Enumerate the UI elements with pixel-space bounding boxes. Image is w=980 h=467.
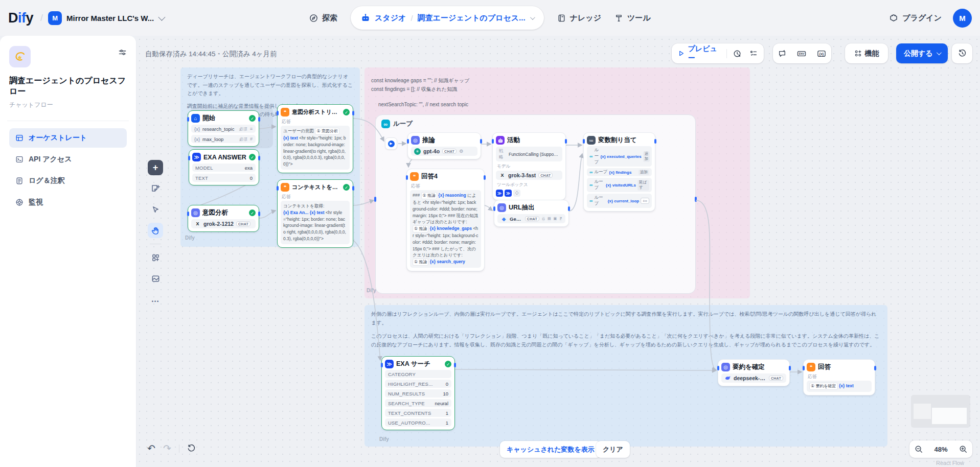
model-label: モデル bbox=[497, 164, 562, 170]
node-ref-chip: ① 推論 bbox=[421, 192, 437, 199]
add-note-button[interactable] bbox=[148, 181, 163, 196]
node-intent-stream-output[interactable]: ❝ 意図分析ストリーム出力 ✓ 応答 ユーザーの意図 ① 意図分析 text <… bbox=[277, 104, 353, 173]
logs-icon bbox=[15, 177, 24, 185]
zoom-out-icon[interactable] bbox=[915, 445, 923, 453]
model-capability-icon: ⁋ bbox=[559, 216, 562, 222]
node-start[interactable]: ⌂ 開始 ✓ {x} research_topic 必須 ≡ {x} max_l… bbox=[188, 110, 259, 147]
toolbox-label: ツールボックス bbox=[497, 182, 562, 188]
undo-button[interactable]: ↶ bbox=[147, 442, 155, 454]
workflow-canvas[interactable]: ディープリサーチは、エージェントワークフローの典型的なシナリオです。一連のステッ… bbox=[0, 0, 980, 467]
knowledge-icon bbox=[557, 14, 566, 22]
app-settings-icon[interactable] bbox=[118, 48, 127, 57]
assignment-row: ∞ ループ visitedURLs 延ばす bbox=[587, 178, 652, 192]
exa-tool-icon: ≫ bbox=[192, 153, 201, 161]
app-icon[interactable] bbox=[9, 46, 31, 67]
studio-robot-icon bbox=[361, 13, 370, 22]
variable-icon: {x} bbox=[194, 136, 200, 142]
nav-studio[interactable]: スタジオ bbox=[375, 13, 406, 23]
operation-badge[interactable]: += bbox=[641, 198, 649, 204]
nav-explore[interactable]: 探索 bbox=[309, 13, 337, 23]
nav-tools[interactable]: ツール bbox=[614, 13, 651, 23]
show-cached-variables-button[interactable]: キャッシュされた変数を表示 bbox=[500, 441, 601, 458]
node-title: 開始 bbox=[202, 114, 246, 123]
node-ref-chip: ① 要約を確定 bbox=[809, 383, 838, 390]
model-settings-icon[interactable]: ⚙ bbox=[459, 149, 463, 154]
organize-nodes-button[interactable] bbox=[148, 250, 163, 265]
chevron-down-icon[interactable] bbox=[530, 15, 535, 20]
undo-redo-controls: ↶ ↷ bbox=[147, 442, 196, 454]
conversation-variables-button[interactable]: {x} bbox=[814, 43, 829, 63]
dify-logo[interactable]: Dify bbox=[8, 10, 33, 26]
text-type-icon: ≡ bbox=[250, 126, 253, 131]
annotation-button[interactable] bbox=[775, 43, 789, 63]
zoom-in-icon[interactable] bbox=[959, 445, 967, 453]
react-flow-attribution: React Flow bbox=[936, 460, 964, 466]
node-agent[interactable]: 活動 戦略 FunctionCalling (Support MCP... モデ… bbox=[492, 132, 566, 200]
node-finalize-summary[interactable]: ◎ 要約を確定 deepseek-chat CHAT bbox=[718, 359, 790, 386]
node-final-answer[interactable]: ❝ 回答 応答 ① 要約を確定 text bbox=[803, 359, 875, 395]
zoom-level[interactable]: 48% bbox=[934, 446, 947, 453]
node-url-extract[interactable]: ◎ URL抽出 ◆ Gemini 2.... CHAT G ▤ ▣ ⁋ bbox=[494, 200, 569, 227]
model-capability-icon: ▤ bbox=[548, 216, 551, 222]
variable-ref: findings bbox=[609, 170, 631, 175]
start-field-row: {x} max_loop 必須 # bbox=[191, 135, 256, 143]
env-variables-button[interactable]: ENV bbox=[794, 43, 809, 63]
minimap-toggle-button[interactable] bbox=[148, 271, 163, 286]
node-exa-search[interactable]: ≫ EXA サーチ ✓ CATEGORY HIGHLIGHT_RES... 0 … bbox=[381, 356, 455, 430]
success-check-icon: ✓ bbox=[249, 154, 256, 160]
variable-icon: {x} bbox=[194, 126, 200, 132]
breadcrumb-app-name[interactable]: 調査エージェントのプロセス... bbox=[418, 13, 526, 23]
agent-icon bbox=[496, 136, 505, 145]
operation-badge: 追加 bbox=[643, 151, 650, 162]
dify-workflow-editor: ディープリサーチは、エージェントワークフローの典型的なシナリオです。一連のステッ… bbox=[0, 0, 980, 467]
answer-template: コンテキストを取得: Exa An... text <hr style="hei… bbox=[281, 201, 350, 244]
param-key: CATEGORY bbox=[388, 371, 416, 377]
svg-text:{x}: {x} bbox=[819, 52, 824, 56]
sidebar-item-api-access[interactable]: API アクセス bbox=[9, 150, 127, 169]
publish-button[interactable]: 公開する bbox=[896, 43, 948, 63]
nav-knowledge[interactable]: ナレッジ bbox=[557, 13, 601, 23]
run-history-button[interactable] bbox=[727, 43, 747, 63]
model-name: grok-2-1212 bbox=[203, 221, 234, 227]
nav-plugins[interactable]: プラグイン bbox=[889, 13, 942, 23]
loop-start-node[interactable]: ▶ bbox=[385, 137, 397, 150]
app-mode-label: チャットフロー bbox=[9, 101, 127, 109]
minimap[interactable] bbox=[911, 395, 970, 427]
preview-button[interactable]: プレビュー bbox=[672, 43, 726, 63]
node-intent-analysis[interactable]: ◎ 意図分析 ✓ X grok-2-1212 CHAT bbox=[188, 205, 259, 232]
node-get-context[interactable]: ❝ コンテキストを取得 ✓ 応答 コンテキストを取得: Exa An... te… bbox=[277, 179, 353, 248]
hand-mode-button[interactable] bbox=[148, 223, 163, 238]
grok-model-icon: X bbox=[499, 172, 506, 179]
version-history-button[interactable] bbox=[952, 43, 972, 63]
llm-icon: ◎ bbox=[721, 363, 730, 371]
features-button[interactable]: 機能 bbox=[848, 43, 885, 63]
sidebar-item-orchestrate[interactable]: オーケストレート bbox=[9, 128, 127, 148]
gemini-model-icon: ◆ bbox=[500, 216, 507, 222]
node-variable-assigner[interactable]: ≔ 変数割り当て ∞ ループ executed_queries 追加 ∞ ループ… bbox=[583, 132, 655, 212]
param-value: 1 bbox=[446, 410, 448, 416]
checklist-button[interactable] bbox=[747, 43, 764, 63]
clear-button[interactable]: クリア bbox=[596, 441, 630, 458]
sidebar-item-monitoring[interactable]: 監視 bbox=[9, 193, 127, 212]
sidebar-item-label: ログ＆注釈 bbox=[29, 176, 65, 185]
node-ref-chip: ① 意図分析 bbox=[315, 128, 339, 135]
model-row: ✳ gpt-4o CHAT ⚙ bbox=[411, 147, 477, 156]
node-reasoning[interactable]: ◎ 推論 ✳ gpt-4o CHAT ⚙ bbox=[407, 132, 481, 159]
redo-button[interactable]: ↷ bbox=[163, 442, 171, 454]
node-exa-answer[interactable]: ≫ EXA ANSWER ✓ MODEL exa TEXT 0 bbox=[189, 149, 259, 185]
param-row: TEXT 0 bbox=[192, 174, 256, 182]
answer-icon: ❝ bbox=[281, 183, 289, 192]
user-avatar[interactable]: M bbox=[953, 9, 972, 28]
dify-watermark: Dify bbox=[185, 235, 195, 241]
sidebar-item-logs[interactable]: ログ＆注釈 bbox=[9, 171, 127, 191]
scope-label: ループ bbox=[594, 169, 607, 175]
pointer-mode-button[interactable] bbox=[148, 202, 163, 217]
required-badge: 必須 bbox=[239, 126, 247, 132]
minimap-viewport bbox=[932, 408, 967, 424]
node-answer4[interactable]: ❝ 回答4 応答 ### ① 推論 reasoning によると <hr sty… bbox=[406, 169, 485, 271]
reset-history-icon[interactable] bbox=[187, 444, 196, 453]
model-row: ◆ Gemini 2.... CHAT G ▤ ▣ ⁋ bbox=[497, 214, 565, 223]
add-node-button[interactable]: + bbox=[148, 160, 163, 175]
workspace-selector[interactable]: M Mirror Master LLC's W... bbox=[48, 11, 164, 25]
more-options-button[interactable]: … bbox=[148, 292, 163, 307]
